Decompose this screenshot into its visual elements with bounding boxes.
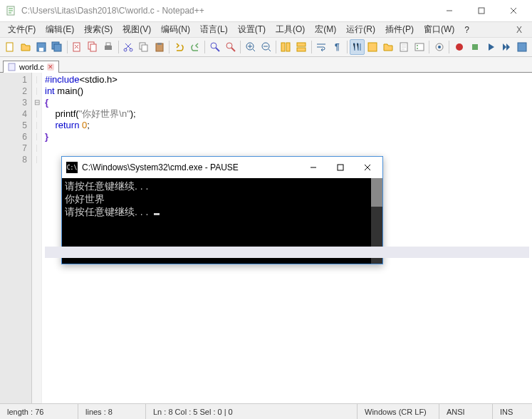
copy-icon[interactable] — [137, 39, 152, 55]
menu-plugins[interactable]: 插件(P) — [380, 22, 419, 37]
cmd-scroll-thumb[interactable] — [371, 178, 382, 207]
svg-rect-4 — [39, 48, 43, 51]
tab-close-icon[interactable]: ✕ — [47, 63, 54, 71]
new-file-icon[interactable] — [3, 39, 18, 55]
save-all-icon[interactable] — [50, 39, 65, 55]
tab-label: world.c — [19, 63, 44, 71]
svg-rect-26 — [368, 43, 377, 51]
sync-h-icon[interactable] — [294, 39, 309, 55]
save-macro-icon[interactable] — [514, 39, 529, 55]
menu-close-x[interactable]: X — [509, 25, 529, 35]
menu-edit[interactable]: 编辑(E) — [41, 22, 79, 37]
menu-run[interactable]: 运行(R) — [341, 22, 380, 37]
svg-rect-9 — [90, 44, 96, 51]
menu-window[interactable]: 窗口(W) — [419, 22, 459, 37]
fold-column[interactable]: ||⊟||||| — [32, 73, 42, 417]
menu-settings[interactable]: 设置(T) — [233, 22, 271, 37]
svg-rect-2 — [6, 43, 13, 51]
toolbar: ¶ — [0, 37, 532, 57]
tab-file[interactable]: world.c ✕ — [3, 61, 59, 73]
svg-rect-10 — [105, 46, 112, 50]
print-icon[interactable] — [101, 39, 116, 55]
status-position: Ln : 8 Col : 5 Sel : 0 | 0 — [146, 404, 358, 419]
svg-rect-36 — [9, 63, 15, 71]
sync-v-icon[interactable] — [278, 39, 293, 55]
doc-map-icon[interactable] — [397, 39, 412, 55]
play-icon[interactable] — [483, 39, 498, 55]
svg-rect-1 — [479, 8, 484, 14]
record-icon[interactable] — [452, 39, 466, 55]
svg-rect-23 — [286, 43, 290, 51]
menu-search[interactable]: 搜索(S) — [79, 22, 118, 37]
zoom-out-icon[interactable] — [259, 39, 273, 55]
svg-rect-6 — [54, 44, 61, 51]
status-encoding: ANSI — [439, 404, 493, 419]
svg-rect-28 — [415, 43, 424, 51]
svg-point-19 — [226, 43, 232, 48]
menu-file[interactable]: 文件(F) — [3, 22, 41, 37]
window-title: C:\Users\Litas\Dash2018\C\world.c - Note… — [21, 6, 204, 16]
status-mode: INS — [493, 404, 532, 419]
tab-bar: world.c ✕ — [0, 57, 532, 73]
svg-rect-37 — [338, 165, 343, 170]
cut-icon[interactable] — [121, 39, 136, 55]
redo-icon[interactable] — [187, 39, 202, 55]
menu-view[interactable]: 视图(V) — [118, 22, 156, 37]
svg-rect-35 — [518, 43, 526, 51]
file-icon — [8, 63, 16, 71]
status-eol: Windows (CR LF) — [358, 404, 439, 419]
app-icon — [6, 5, 17, 16]
svg-point-33 — [456, 43, 463, 51]
fast-icon[interactable] — [499, 39, 513, 55]
folder-icon[interactable] — [381, 39, 396, 55]
show-all-chars-icon[interactable]: ¶ — [330, 39, 345, 55]
open-file-icon[interactable] — [19, 39, 33, 55]
menu-tools[interactable]: 工具(O) — [271, 22, 310, 37]
menu-language[interactable]: 语言(L) — [195, 22, 233, 37]
app-titlebar: C:\Users\Litas\Dash2018\C\world.c - Note… — [0, 0, 532, 21]
monitor-icon[interactable] — [432, 39, 447, 55]
close-button[interactable] — [497, 0, 529, 21]
status-bar: length : 76 lines : 8 Ln : 8 Col : 5 Sel… — [0, 403, 532, 419]
maximize-button[interactable] — [465, 0, 497, 21]
svg-point-29 — [417, 45, 418, 46]
svg-point-18 — [211, 43, 217, 48]
undo-icon[interactable] — [172, 39, 187, 55]
paste-icon[interactable] — [152, 39, 167, 55]
indent-guide-icon[interactable] — [350, 39, 365, 55]
status-length: length : 76 — [0, 404, 78, 419]
func-list-icon[interactable] — [412, 39, 427, 55]
svg-rect-25 — [297, 48, 306, 51]
cmd-line: 请按任意键继续. . . — [65, 205, 380, 218]
svg-point-30 — [417, 48, 418, 49]
lang-icon[interactable] — [365, 39, 380, 55]
close-file-icon[interactable] — [70, 39, 85, 55]
cmd-line: 你好世界 — [65, 192, 380, 205]
find-icon[interactable] — [207, 39, 222, 55]
cursor-icon — [154, 213, 160, 215]
stop-icon[interactable] — [467, 39, 482, 55]
minimize-button[interactable] — [433, 0, 465, 21]
svg-rect-15 — [142, 45, 147, 51]
menu-help[interactable]: ? — [459, 24, 474, 36]
svg-rect-24 — [297, 43, 306, 46]
menu-encoding[interactable]: 编码(N) — [156, 22, 195, 37]
menu-macro[interactable]: 宏(M) — [310, 22, 341, 37]
zoom-in-icon[interactable] — [243, 39, 258, 55]
status-lines: lines : 8 — [78, 404, 146, 419]
svg-rect-22 — [281, 43, 285, 51]
svg-rect-17 — [157, 43, 162, 45]
menu-bar: 文件(F) 编辑(E) 搜索(S) 视图(V) 编码(N) 语言(L) 设置(T… — [0, 21, 532, 37]
close-all-icon[interactable] — [85, 39, 100, 55]
wrap-icon[interactable] — [314, 39, 329, 55]
cmd-line: 请按任意键继续. . . — [65, 180, 380, 192]
svg-rect-34 — [472, 44, 478, 50]
save-icon[interactable] — [34, 39, 49, 55]
replace-icon[interactable] — [223, 39, 238, 55]
svg-rect-11 — [106, 43, 110, 46]
svg-point-32 — [438, 46, 441, 48]
line-gutter: 12345678 — [0, 73, 32, 417]
